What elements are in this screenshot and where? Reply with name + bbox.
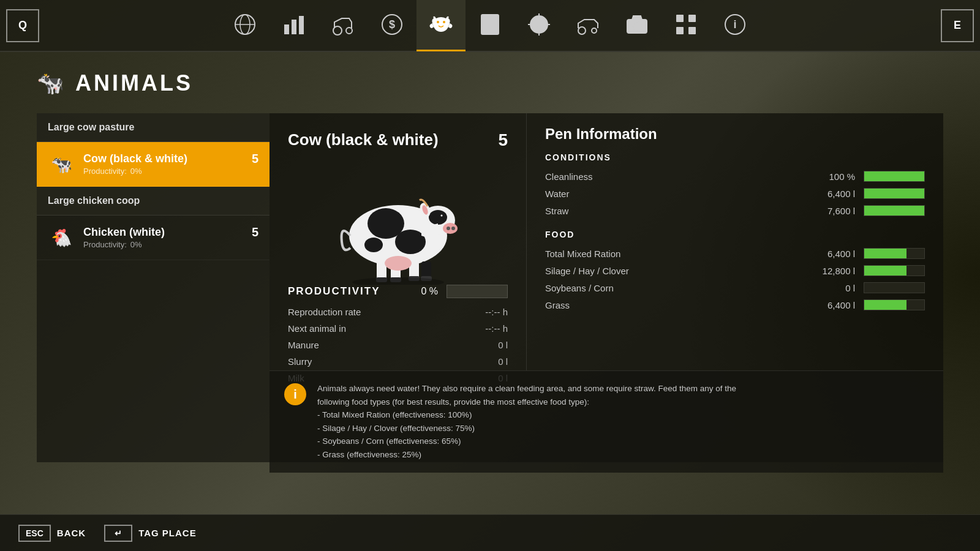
- food-label: FOOD: [545, 230, 925, 239]
- stat-reproduction: Reproduction rate --:-- h: [288, 307, 508, 317]
- topbar-left: Q: [6, 9, 39, 42]
- nav-camera[interactable]: [612, 0, 662, 51]
- back-button[interactable]: ESC BACK: [18, 525, 86, 542]
- svg-rect-28: [676, 27, 684, 34]
- condition-cleanliness: Cleanliness 100 %: [545, 171, 925, 182]
- grass-fill: [864, 300, 907, 310]
- page-header: 🐄 ANIMALS: [37, 70, 943, 96]
- svg-point-7: [346, 28, 352, 34]
- svg-text:$: $: [389, 18, 395, 31]
- svg-point-11: [443, 21, 445, 23]
- food-tmr: Total Mixed Ration 6,400 l: [545, 248, 925, 259]
- info-line2: following food types (for best results, …: [317, 397, 589, 407]
- cleanliness-label: Cleanliness: [545, 171, 806, 182]
- nav-missions[interactable]: [514, 0, 564, 51]
- water-label: Water: [545, 189, 806, 199]
- page-icon: 🐄: [37, 70, 64, 96]
- right-panel: Cow (black & white) 5: [270, 113, 943, 462]
- food-silage: Silage / Hay / Clover 12,800 l: [545, 265, 925, 276]
- cow-prod-label: Productivity:: [83, 167, 127, 176]
- straw-fill: [864, 206, 924, 216]
- svg-point-34: [395, 230, 426, 254]
- enter-key: ↵: [104, 525, 132, 542]
- nav-animals[interactable]: [417, 0, 466, 51]
- chicken-prod-label: Productivity:: [83, 240, 127, 249]
- animal-item-chicken[interactable]: 🐔 Chicken (white) Productivity: 0% 5: [37, 216, 270, 260]
- info-line4: - Silage / Hay / Clover (effectiveness: …: [317, 424, 475, 433]
- soybeans-value: 0 l: [806, 283, 855, 293]
- nav-help[interactable]: i: [710, 0, 760, 51]
- manure-value: 0 l: [498, 340, 508, 350]
- svg-point-22: [578, 27, 586, 34]
- svg-rect-27: [688, 15, 696, 22]
- straw-bar: [864, 205, 925, 216]
- tmr-fill: [864, 249, 907, 258]
- content-area: Large cow pasture 🐄 Cow (black & white) …: [37, 113, 943, 462]
- next-animal-label: Next animal in: [288, 323, 485, 334]
- nav-equipment[interactable]: [564, 0, 612, 51]
- productivity-row: PRODUCTIVITY 0 %: [288, 285, 508, 298]
- chicken-icon: 🐔: [48, 224, 75, 251]
- slurry-label: Slurry: [288, 356, 498, 367]
- svg-rect-29: [688, 27, 696, 34]
- info-icon: i: [284, 383, 306, 405]
- nav-map[interactable]: [221, 0, 270, 51]
- conditions-label: CONDITIONS: [545, 152, 925, 162]
- svg-rect-3: [284, 24, 289, 34]
- prod-value: 0 %: [401, 286, 438, 297]
- detail-header: Cow (black & white) 5: [288, 130, 508, 150]
- tag-place-button[interactable]: ↵ TAG PLACE: [104, 525, 197, 542]
- water-value: 6,400 l: [806, 189, 855, 199]
- info-box: i Animals always need water! They also r…: [270, 370, 943, 473]
- next-animal-value: --:-- h: [485, 323, 508, 334]
- category-large-cow-pasture: Large cow pasture: [37, 113, 270, 142]
- pen-title: Pen Information: [545, 126, 925, 143]
- soybeans-bar: [864, 282, 925, 293]
- food-grass: Grass 6,400 l: [545, 299, 925, 310]
- animal-item-cow[interactable]: 🐄 Cow (black & white) Productivity: 0% 5: [37, 142, 270, 187]
- info-line1: Animals always need water! They also req…: [317, 384, 736, 393]
- q-key-button[interactable]: Q: [6, 9, 39, 42]
- e-key-button[interactable]: E: [941, 9, 974, 42]
- page-title: ANIMALS: [75, 70, 193, 96]
- topbar-right: E: [941, 9, 974, 42]
- esc-key: ESC: [18, 525, 51, 542]
- cow-icon: 🐄: [48, 151, 75, 178]
- cow-prod-value: 0%: [130, 167, 142, 176]
- grass-value: 6,400 l: [806, 300, 855, 310]
- cow-image-area: [288, 162, 508, 285]
- info-line5: - Soybeans / Corn (effectiveness: 65%): [317, 437, 461, 446]
- grass-bar: [864, 299, 925, 310]
- chicken-name: Chicken (white): [83, 226, 243, 239]
- nav-contracts[interactable]: [466, 0, 514, 51]
- pen-information: Pen Information CONDITIONS Cleanliness 1…: [527, 113, 943, 370]
- back-label: BACK: [57, 528, 86, 538]
- soybeans-label: Soybeans / Corn: [545, 283, 806, 293]
- chicken-productivity: Productivity: 0%: [83, 240, 243, 249]
- stat-slurry: Slurry 0 l: [288, 356, 508, 367]
- nav-production[interactable]: [662, 0, 710, 51]
- grass-label: Grass: [545, 300, 806, 310]
- prod-label: PRODUCTIVITY: [288, 285, 401, 298]
- cow-productivity: Productivity: 0%: [83, 167, 243, 176]
- nav-stats[interactable]: [270, 0, 318, 51]
- svg-point-40: [451, 227, 455, 230]
- straw-label: Straw: [545, 206, 806, 216]
- cow-image: [318, 162, 478, 285]
- category-large-chicken-coop: Large chicken coop: [37, 187, 270, 216]
- svg-point-23: [592, 28, 597, 33]
- svg-text:i: i: [733, 18, 736, 31]
- cow-name: Cow (black & white): [83, 152, 243, 165]
- nav-finances[interactable]: $: [368, 0, 417, 51]
- stat-manure: Manure 0 l: [288, 340, 508, 350]
- silage-bar: [864, 265, 925, 276]
- stat-next-animal: Next animal in --:-- h: [288, 323, 508, 334]
- topbar: Q $: [0, 0, 980, 52]
- tag-label: TAG PLACE: [138, 528, 197, 538]
- info-line3: - Total Mixed Ration (effectiveness: 100…: [317, 410, 472, 419]
- svg-rect-12: [481, 15, 499, 34]
- detail-top: Cow (black & white) 5: [270, 113, 943, 370]
- svg-point-39: [447, 227, 450, 230]
- nav-vehicles[interactable]: [318, 0, 368, 51]
- svg-rect-26: [676, 15, 684, 22]
